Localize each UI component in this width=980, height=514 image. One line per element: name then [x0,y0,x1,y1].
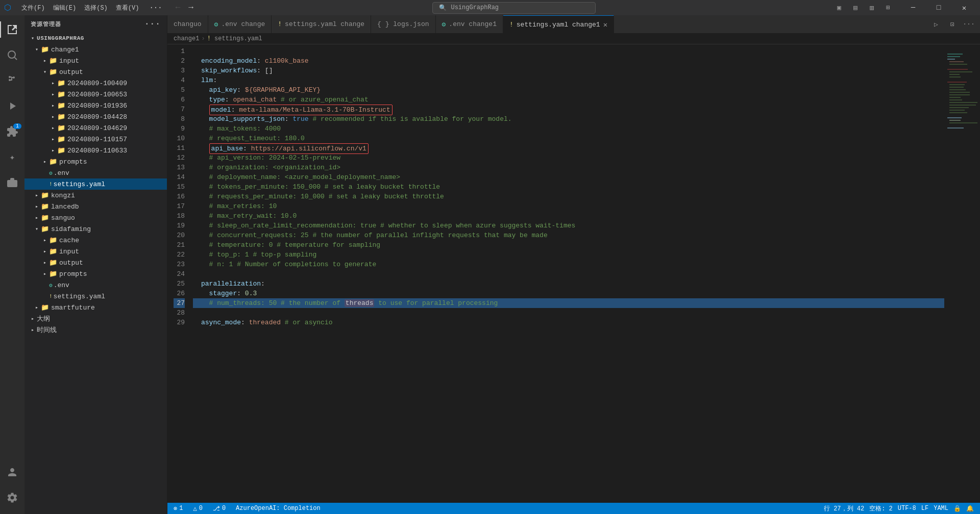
sidebar-item-outline[interactable]: ▸ 大纲 [24,313,167,324]
activity-settings[interactable] [0,485,24,510]
menu-select[interactable]: 选择(S) [80,2,112,14]
folder-label: output [59,68,83,76]
root-label: USINGGRAPHRAG [37,35,84,41]
svg-rect-10 [949,74,960,75]
sidebar-title: 资源管理器 [31,20,62,28]
sidebar-item-smartfuture[interactable]: ▸ 📁 smartfuture [24,302,167,313]
tab-settings-yaml-change1[interactable]: ! settings.yaml change1 ✕ [503,15,614,33]
sidebar-item-20240809-100409[interactable]: ▸ 📁 20240809-100409 [24,78,167,89]
tab-env-change1[interactable]: ⚙ .env change1 [436,15,503,33]
activity-remote[interactable] [0,170,24,195]
menu-view[interactable]: 查看(V) [112,2,143,14]
sidebar-item-sidafaming-input[interactable]: ▸ 📁 input [24,246,167,257]
sidebar-item-change1[interactable]: ▾ 📁 change1 [24,44,167,55]
status-azure[interactable]: AzureOpenAI: Completion [234,505,323,512]
breadcrumb-part2[interactable]: ! settings.yaml [207,35,262,42]
sidebar-item-kongzi[interactable]: ▸ 📁 kongzi [24,190,167,201]
menu-more[interactable]: ··· [145,2,166,14]
activity-toggle[interactable]: ▥ [865,1,879,15]
code-editor[interactable]: encoding_model: cl100k_base skip_workflo… [193,44,944,503]
code-line-9: # max_tokens: 4000 [193,124,944,134]
sidebar-item-20240809-110633[interactable]: ▸ 📁 20240809-110633 [24,145,167,156]
status-spaces[interactable]: 空格: 2 [867,504,895,513]
sidebar-item-input[interactable]: ▸ 📁 input [24,55,167,66]
sidebar-item-prompts[interactable]: ▸ 📁 prompts [24,156,167,167]
chevron-right-icon: ▸ [49,91,57,97]
code-line-23: # n: 1 # Number of completions to genera… [193,260,944,269]
search-box[interactable]: 🔍 UsingGraphRag [432,2,596,14]
code-line-27: # num_threads: 50 # the number of thread… [193,298,944,308]
sidebar-item-20240809-101936[interactable]: ▸ 📁 20240809-101936 [24,100,167,111]
status-warnings[interactable]: △ 0 [191,505,204,512]
tab-changuo[interactable]: changuo [167,15,208,33]
sidebar-item-cache[interactable]: ▸ 📁 cache [24,235,167,246]
activity-graphrag[interactable]: ✦ [0,145,24,169]
sidebar-item-sidafaming-output[interactable]: ▸ 📁 output [24,257,167,268]
code-line-24 [193,269,944,279]
more-actions-button[interactable]: ··· [962,17,976,32]
sidebar-item-env1[interactable]: ▸ ⚙ .env [24,167,167,178]
layout-toggle[interactable]: ⊞ [881,1,895,15]
svg-rect-8 [947,69,968,70]
chevron-right-icon: ▸ [41,271,49,277]
sidebar-item-20240809-110157[interactable]: ▸ 📁 20240809-110157 [24,134,167,145]
titlebar: ⬡ 文件(F) 编辑(E) 选择(S) 查看(V) ··· ← → 🔍 Usin… [0,0,980,15]
status-lock[interactable]: 🔒 [951,504,963,513]
minimize-button[interactable]: ─ [901,0,925,15]
sidebar-item-root[interactable]: ▾ USINGGRAPHRAG [24,33,167,44]
sidebar-item-sidafaming[interactable]: ▾ 📁 sidafaming [24,223,167,235]
folder-icon: 📁 [41,214,49,222]
status-bar: ⊗ 1 △ 0 ⎇ 0 AzureOpenAI: Completion 行 27… [167,503,980,514]
status-cursor[interactable]: 行 27，列 42 [822,504,866,513]
sidebar-item-sidafaming-settings[interactable]: ▸ ! settings.yaml [24,291,167,302]
sidebar-item-20240809-100653[interactable]: ▸ 📁 20240809-100653 [24,89,167,100]
code-line-2: encoding_model: cl100k_base [193,56,944,66]
activity-accounts[interactable] [0,460,24,484]
close-button[interactable]: ✕ [952,0,976,15]
menu-file[interactable]: 文件(F) [17,2,49,14]
sidebar-item-settings-yaml[interactable]: ▸ ! settings.yaml [24,178,167,190]
panel-toggle[interactable]: ▤ [848,1,863,15]
sidebar-item-sanguo[interactable]: ▸ 📁 sanguo [24,212,167,223]
git-icon: ⎇ [213,505,220,512]
status-errors[interactable]: ⊗ 1 [172,505,185,512]
sidebar-toggle[interactable]: ▣ [832,1,846,15]
split-editor-button[interactable]: ⊡ [945,17,960,32]
sidebar-item-20240809-104428[interactable]: ▸ 📁 20240809-104428 [24,111,167,122]
sidebar-item-sidafaming-env[interactable]: ▸ ⚙ .env [24,279,167,291]
activity-search[interactable] [0,43,24,67]
chevron-right-icon: ▸ [33,304,41,311]
tab-label: changuo [174,20,202,28]
chevron-right-icon: ▸ [29,316,37,322]
tab-logs-json[interactable]: { } logs.json [371,15,435,33]
status-eol[interactable]: LF [919,504,930,513]
maximize-button[interactable]: □ [927,0,950,15]
code-line-26: stagger: 0.3 [193,289,944,298]
status-center-text: AzureOpenAI: Completion [236,505,321,512]
activity-explorer[interactable] [0,17,24,42]
nav-forward[interactable]: → [185,2,197,13]
menu-edit[interactable]: 编辑(E) [49,2,81,14]
tab-settings-yaml-change[interactable]: ! settings.yaml change [272,15,371,33]
activity-extensions[interactable]: 1 [0,119,24,144]
tab-env-change[interactable]: ⚙ .env change [208,15,272,33]
sidebar-item-20240809-104629[interactable]: ▸ 📁 20240809-104629 [24,122,167,134]
sidebar-item-timeline[interactable]: ▸ 时间线 [24,324,167,336]
error-count: 1 [179,505,183,512]
breadcrumb-part1[interactable]: change1 [174,35,199,42]
status-encoding[interactable]: UTF-8 [896,504,918,513]
run-button[interactable]: ▷ [929,17,943,32]
sidebar-item-output[interactable]: ▾ 📁 output [24,66,167,78]
status-lang[interactable]: YAML [932,504,950,513]
activity-run[interactable] [0,94,24,118]
sidebar-item-lancedb[interactable]: ▸ 📁 lancedb [24,201,167,212]
nav-back[interactable]: ← [173,2,184,13]
sidebar-more-button[interactable]: ··· [144,19,161,29]
code-line-5: api_key: ${GRAPHRAG_API_KEY} [193,85,944,95]
activity-source-control[interactable] [0,68,24,93]
status-notification[interactable]: 🔔 [964,504,976,513]
code-line-7: model: meta-llama/Meta-Llama-3.1-70B-Ins… [193,105,944,114]
status-git[interactable]: ⎇ 0 [211,505,228,512]
sidebar-item-sidafaming-prompts[interactable]: ▸ 📁 prompts [24,268,167,279]
close-icon[interactable]: ✕ [603,20,607,29]
